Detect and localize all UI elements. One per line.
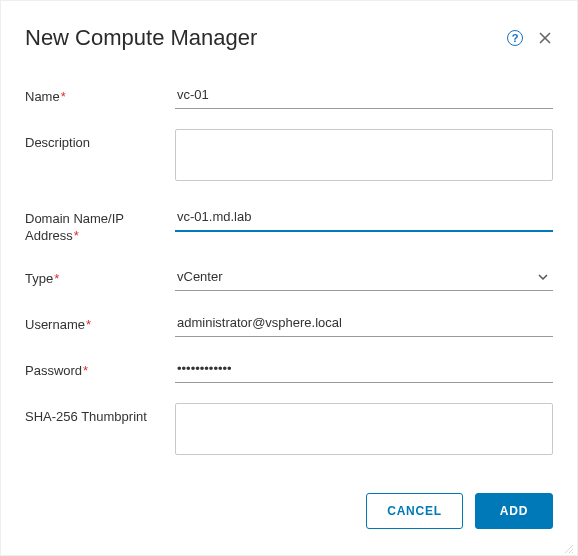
- required-marker: *: [74, 228, 79, 243]
- header-icons: ?: [507, 30, 553, 46]
- help-icon[interactable]: ?: [507, 30, 523, 46]
- description-field[interactable]: [175, 129, 553, 181]
- label-domain: Domain Name/IP Address*: [25, 205, 175, 245]
- required-marker: *: [83, 363, 88, 378]
- row-thumbprint: SHA-256 Thumbprint: [25, 403, 553, 459]
- row-description: Description: [25, 129, 553, 185]
- cancel-button[interactable]: CANCEL: [366, 493, 463, 529]
- label-type-text: Type: [25, 271, 53, 286]
- dialog-header: New Compute Manager ?: [25, 25, 553, 51]
- label-description: Description: [25, 129, 175, 152]
- svg-line-2: [565, 545, 573, 553]
- row-username: Username*: [25, 311, 553, 337]
- username-field[interactable]: [175, 311, 553, 337]
- dialog-footer: CANCEL ADD: [25, 493, 553, 529]
- add-button[interactable]: ADD: [475, 493, 553, 529]
- label-username: Username*: [25, 311, 175, 334]
- required-marker: *: [86, 317, 91, 332]
- label-name-text: Name: [25, 89, 60, 104]
- label-thumbprint: SHA-256 Thumbprint: [25, 403, 175, 426]
- close-icon[interactable]: [537, 30, 553, 46]
- svg-line-4: [572, 552, 573, 553]
- label-username-text: Username: [25, 317, 85, 332]
- row-name: Name*: [25, 83, 553, 109]
- label-name: Name*: [25, 83, 175, 106]
- name-field[interactable]: [175, 83, 553, 109]
- row-password: Password*: [25, 357, 553, 383]
- row-type: Type*: [25, 265, 553, 291]
- label-type: Type*: [25, 265, 175, 288]
- row-domain: Domain Name/IP Address*: [25, 205, 553, 245]
- type-select[interactable]: [175, 265, 553, 291]
- label-password: Password*: [25, 357, 175, 380]
- new-compute-manager-dialog: New Compute Manager ? Name* Description …: [0, 0, 578, 556]
- password-field[interactable]: [175, 357, 553, 383]
- resize-handle-icon[interactable]: [562, 540, 574, 552]
- required-marker: *: [54, 271, 59, 286]
- label-password-text: Password: [25, 363, 82, 378]
- thumbprint-field[interactable]: [175, 403, 553, 455]
- dialog-title: New Compute Manager: [25, 25, 257, 51]
- required-marker: *: [61, 89, 66, 104]
- domain-field[interactable]: [175, 205, 553, 232]
- type-field[interactable]: [175, 265, 553, 291]
